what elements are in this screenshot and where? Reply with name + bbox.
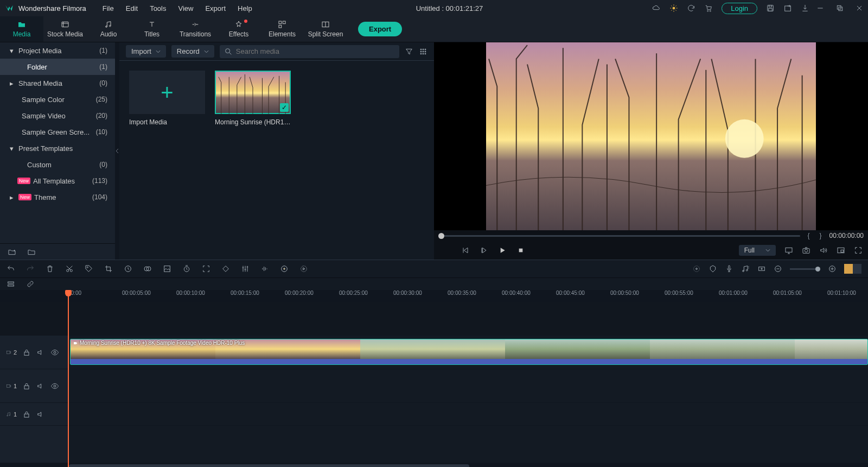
- track-manager-icon[interactable]: [7, 280, 15, 288]
- keyframe-icon[interactable]: [221, 264, 230, 273]
- update-icon[interactable]: [687, 4, 695, 12]
- download-icon[interactable]: [801, 4, 809, 12]
- filter-icon[interactable]: [405, 47, 413, 56]
- volume-icon[interactable]: [819, 246, 828, 255]
- sidebar-item-project-media[interactable]: ▾ Project Media (1): [0, 42, 115, 59]
- undo-icon[interactable]: [7, 264, 15, 273]
- mute-icon[interactable]: [36, 410, 45, 419]
- sidebar-item-sample-video[interactable]: Sample Video (20): [0, 108, 115, 124]
- add-track-icon[interactable]: [757, 264, 766, 273]
- track-header-a1[interactable]: 1: [0, 403, 68, 426]
- zoom-in-icon[interactable]: [828, 264, 837, 273]
- eye-icon[interactable]: [50, 348, 59, 357]
- marker-icon[interactable]: [709, 264, 717, 273]
- speed-icon[interactable]: [124, 264, 132, 273]
- tab-titles[interactable]: Titles: [130, 16, 174, 42]
- lock-icon[interactable]: [22, 348, 31, 357]
- play-reverse-icon[interactable]: [480, 246, 488, 255]
- mute-icon[interactable]: [36, 348, 45, 357]
- mixer-icon[interactable]: [692, 264, 701, 273]
- zoom-out-icon[interactable]: [774, 264, 782, 273]
- tracks-area[interactable]: Morning Sunrise (HDR10 +) 8K Sample Foot…: [68, 302, 868, 463]
- tab-split-screen[interactable]: Split Screen: [304, 16, 347, 42]
- sidebar-item-preset-templates[interactable]: ▾ Preset Templates: [0, 140, 115, 156]
- zoom-slider[interactable]: [790, 268, 820, 270]
- open-icon[interactable]: [783, 4, 792, 12]
- menu-view[interactable]: View: [173, 2, 199, 15]
- tab-audio[interactable]: Audio: [87, 16, 130, 42]
- search-media[interactable]: [220, 45, 399, 58]
- mark-in-icon[interactable]: {: [806, 232, 812, 239]
- delete-icon[interactable]: [46, 264, 54, 273]
- timeline-ruler[interactable]: 00:0000:00:05:0000:00:10:0000:00:15:0000…: [0, 290, 868, 302]
- cloud-icon[interactable]: [652, 4, 661, 12]
- fullscreen-icon[interactable]: [854, 246, 863, 255]
- redo-icon[interactable]: [26, 264, 35, 273]
- video-track-2[interactable]: Morning Sunrise (HDR10 +) 8K Sample Foot…: [68, 336, 868, 369]
- import-dropdown[interactable]: Import: [126, 45, 166, 58]
- sidebar-item-folder[interactable]: Folder (1): [0, 59, 115, 75]
- mute-icon[interactable]: [36, 382, 45, 390]
- maximize-icon[interactable]: [835, 4, 844, 12]
- menu-tools[interactable]: Tools: [144, 2, 171, 15]
- sidebar-item-shared-media[interactable]: ▸ Shared Media (0): [0, 75, 115, 91]
- mark-out-icon[interactable]: }: [818, 232, 824, 239]
- grid-view-icon[interactable]: [419, 47, 427, 56]
- tab-elements[interactable]: Elements: [260, 16, 304, 42]
- tab-transitions[interactable]: Transitions: [174, 16, 217, 42]
- voiceover-icon[interactable]: [725, 264, 733, 273]
- pip-icon[interactable]: [837, 246, 845, 255]
- save-icon[interactable]: [766, 4, 775, 12]
- menu-export[interactable]: Export: [200, 2, 231, 15]
- scrub-track[interactable]: [438, 235, 800, 237]
- motion-tracking-icon[interactable]: [280, 264, 289, 273]
- minimize-icon[interactable]: [816, 4, 825, 12]
- playhead[interactable]: [68, 290, 69, 467]
- tab-media[interactable]: Media: [0, 16, 43, 42]
- render-icon[interactable]: [299, 264, 308, 273]
- close-icon[interactable]: [855, 4, 864, 12]
- detect-icon[interactable]: [202, 264, 210, 273]
- sidebar-item-custom[interactable]: Custom (0): [0, 156, 115, 173]
- play-icon[interactable]: [498, 246, 507, 255]
- sidebar-item-all-templates[interactable]: New All Templates (113): [0, 173, 115, 189]
- audio-track-1[interactable]: [68, 403, 868, 426]
- cut-icon[interactable]: [65, 264, 74, 273]
- import-media-card[interactable]: + Import Media: [129, 71, 205, 126]
- menu-edit[interactable]: Edit: [120, 2, 143, 15]
- timeline-clip[interactable]: Morning Sunrise (HDR10 +) 8K Sample Foot…: [70, 339, 868, 365]
- adjust-icon[interactable]: [241, 264, 250, 273]
- timeline-hscrollbar[interactable]: [0, 463, 868, 467]
- login-button[interactable]: Login: [722, 3, 757, 14]
- lock-icon[interactable]: [22, 382, 31, 390]
- scrub-knob[interactable]: [438, 233, 444, 239]
- track-header-v1[interactable]: 1: [0, 369, 68, 403]
- export-button[interactable]: Export: [358, 22, 402, 36]
- sidebar-item-theme[interactable]: ▸ New Theme (104): [0, 189, 115, 205]
- media-clip-card[interactable]: Morning Sunrise (HDR10...: [215, 71, 291, 126]
- folder-icon[interactable]: [27, 248, 36, 256]
- sidebar-item-sample-color[interactable]: Sample Color (25): [0, 91, 115, 108]
- tab-stock-media[interactable]: Stock Media: [43, 16, 87, 42]
- cart-icon[interactable]: [704, 4, 713, 12]
- display-icon[interactable]: [784, 246, 793, 255]
- stop-icon[interactable]: [516, 246, 525, 255]
- record-dropdown[interactable]: Record: [171, 45, 214, 58]
- search-input[interactable]: [236, 47, 395, 55]
- thumbnail-size-toggle[interactable]: [844, 264, 861, 274]
- zoom-knob[interactable]: [815, 267, 820, 272]
- eye-icon[interactable]: [50, 382, 59, 390]
- color-icon[interactable]: [143, 264, 152, 273]
- link-icon[interactable]: [26, 280, 35, 288]
- menu-help[interactable]: Help: [232, 2, 258, 15]
- lock-icon[interactable]: [22, 410, 31, 419]
- sidebar-splitter[interactable]: [115, 42, 119, 260]
- new-folder-icon[interactable]: [8, 248, 16, 256]
- tips-icon[interactable]: [669, 4, 678, 12]
- greenscreen-icon[interactable]: [163, 264, 171, 273]
- snapshot-icon[interactable]: [802, 246, 810, 255]
- preview-viewport[interactable]: [434, 42, 868, 230]
- prev-frame-icon[interactable]: [461, 246, 470, 255]
- audio-levels-icon[interactable]: [260, 264, 269, 273]
- menu-file[interactable]: File: [97, 2, 119, 15]
